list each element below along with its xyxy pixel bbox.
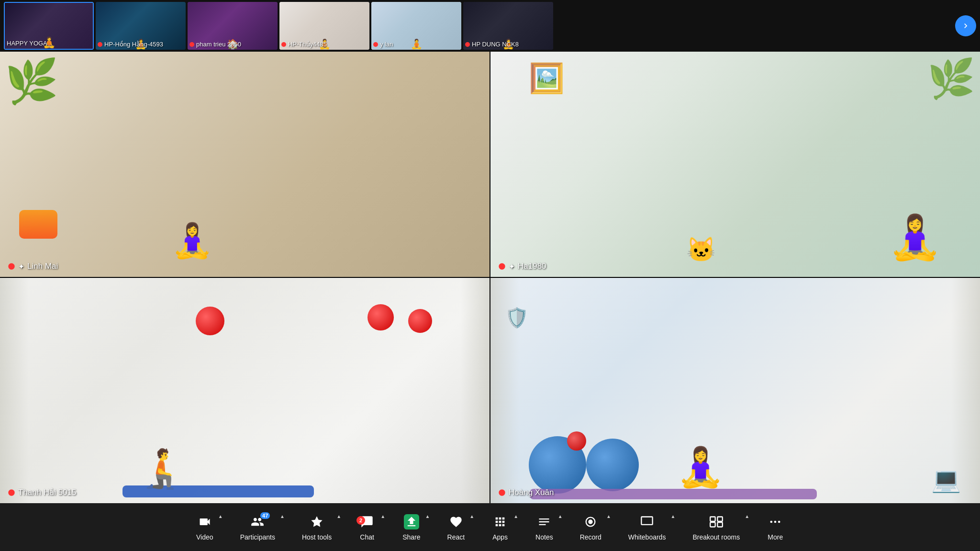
svg-rect-3 bbox=[710, 517, 715, 521]
svg-point-9 bbox=[778, 521, 780, 523]
share-icon bbox=[403, 513, 420, 530]
cell-label-2: Thanh Hải 5015 bbox=[8, 487, 77, 497]
participants-button[interactable]: 47 ▲ Participants bbox=[227, 508, 289, 546]
notes-label: Notes bbox=[535, 533, 553, 541]
whiteboards-icon bbox=[638, 513, 656, 530]
thumbnail-2[interactable]: 🏠 pham trieu 2350 bbox=[188, 2, 278, 50]
thumbnail-0[interactable]: 🧘 HAPPY YOGA bbox=[4, 2, 94, 50]
whiteboards-button[interactable]: ▲ Whiteboards bbox=[615, 508, 679, 546]
video-cell-0[interactable]: 🌿 🧘‍♀️ ✦ Linh Mai bbox=[0, 52, 490, 277]
share-label: Share bbox=[402, 533, 420, 541]
apps-caret[interactable]: ▲ bbox=[513, 514, 518, 519]
thumbnail-3[interactable]: 🧘 HP-Thủy4485 bbox=[279, 2, 369, 50]
breakout-icon bbox=[708, 513, 725, 530]
thumbnail-strip: 🧘 HAPPY YOGA 🧘 HP-Hồng Hằng-4593 🏠 pham … bbox=[0, 0, 980, 52]
participants-count: 47 bbox=[260, 512, 270, 519]
thumbnail-label-5: HP DUNG NCK8 bbox=[465, 41, 519, 48]
svg-rect-6 bbox=[717, 522, 723, 527]
record-label: Record bbox=[580, 533, 601, 541]
react-button[interactable]: ▲ React bbox=[434, 508, 479, 546]
notes-button[interactable]: ▲ Notes bbox=[522, 508, 567, 546]
thumbnail-label-1: HP-Hồng Hằng-4593 bbox=[98, 41, 163, 48]
thumbnail-label-2: pham trieu 2350 bbox=[189, 41, 241, 48]
chat-icon: 2 bbox=[358, 513, 376, 530]
host-tools-button[interactable]: ▲ Host tools bbox=[289, 508, 345, 546]
record-caret[interactable]: ▲ bbox=[606, 514, 611, 519]
toolbar: ▲ Video 47 ▲ Participants ▲ Host tools 2 bbox=[0, 503, 980, 551]
cell-label-1: ✦ Ha1980 bbox=[498, 262, 546, 271]
svg-point-1 bbox=[589, 519, 593, 524]
video-label: Video bbox=[196, 533, 213, 541]
svg-point-8 bbox=[774, 521, 777, 523]
thumbnail-1[interactable]: 🧘 HP-Hồng Hằng-4593 bbox=[96, 2, 186, 50]
breakout-caret[interactable]: ▲ bbox=[745, 514, 749, 519]
thumbnail-label-3: HP-Thủy4485 bbox=[281, 41, 327, 48]
thumbnail-4[interactable]: 🧘 y lan bbox=[371, 2, 461, 50]
notes-caret[interactable]: ▲ bbox=[558, 514, 563, 519]
thumbnail-5[interactable]: 🧘 HP DUNG NCK8 bbox=[463, 2, 553, 50]
video-caret[interactable]: ▲ bbox=[218, 514, 223, 519]
video-cell-3[interactable]: 🧘‍♀️ 💻 🛡️ Hoàng Xuân bbox=[490, 278, 980, 503]
record-icon bbox=[582, 513, 599, 530]
video-cell-1[interactable]: 🌿 🖼️ 🧘‍♀️ 🐱 ✦ Ha1980 bbox=[490, 52, 980, 277]
more-icon bbox=[767, 513, 784, 530]
share-caret[interactable]: ▲ bbox=[425, 514, 430, 519]
video-cell-2[interactable]: 🧎 Thanh Hải 5015 bbox=[0, 278, 490, 503]
cell-label-0: ✦ Linh Mai bbox=[8, 262, 58, 271]
main-video-grid: 🌿 🧘‍♀️ ✦ Linh Mai 🌿 🖼️ 🧘‍♀️ 🐱 ✦ Ha1980 bbox=[0, 52, 980, 503]
svg-rect-5 bbox=[710, 522, 715, 527]
breakout-label: Breakout rooms bbox=[692, 533, 740, 541]
record-button[interactable]: ▲ Record bbox=[567, 508, 615, 546]
whiteboards-caret[interactable]: ▲ bbox=[671, 514, 676, 519]
more-label: More bbox=[768, 533, 783, 541]
thumbnail-label-4: y lan bbox=[373, 41, 393, 48]
svg-rect-2 bbox=[641, 517, 652, 525]
breakout-button[interactable]: ▲ Breakout rooms bbox=[679, 508, 753, 546]
more-button[interactable]: More bbox=[753, 508, 797, 546]
apps-icon bbox=[491, 513, 509, 530]
apps-label: Apps bbox=[492, 533, 508, 541]
svg-rect-4 bbox=[717, 517, 723, 521]
react-icon bbox=[447, 513, 465, 530]
participants-caret[interactable]: ▲ bbox=[280, 514, 285, 519]
svg-point-7 bbox=[770, 521, 773, 523]
chat-label: Chat bbox=[360, 533, 374, 541]
chat-caret[interactable]: ▲ bbox=[380, 514, 385, 519]
participants-label: Participants bbox=[240, 533, 275, 541]
video-button[interactable]: ▲ Video bbox=[183, 508, 227, 546]
host-tools-icon bbox=[308, 513, 325, 530]
react-caret[interactable]: ▲ bbox=[469, 514, 474, 519]
notes-icon bbox=[535, 513, 553, 530]
share-button[interactable]: ▲ Share bbox=[389, 508, 434, 546]
react-label: React bbox=[447, 533, 465, 541]
chat-button[interactable]: 2 ▲ Chat bbox=[345, 508, 389, 546]
host-tools-caret[interactable]: ▲ bbox=[336, 514, 341, 519]
host-tools-label: Host tools bbox=[302, 533, 332, 541]
apps-button[interactable]: ▲ Apps bbox=[478, 508, 522, 546]
whiteboards-label: Whiteboards bbox=[628, 533, 666, 541]
video-icon bbox=[196, 513, 213, 530]
thumbnail-label-0: HAPPY YOGA bbox=[7, 40, 47, 47]
next-thumbnails-button[interactable] bbox=[955, 15, 976, 36]
participants-icon: 47 bbox=[249, 513, 266, 530]
cell-label-3: Hoàng Xuân bbox=[498, 488, 554, 497]
